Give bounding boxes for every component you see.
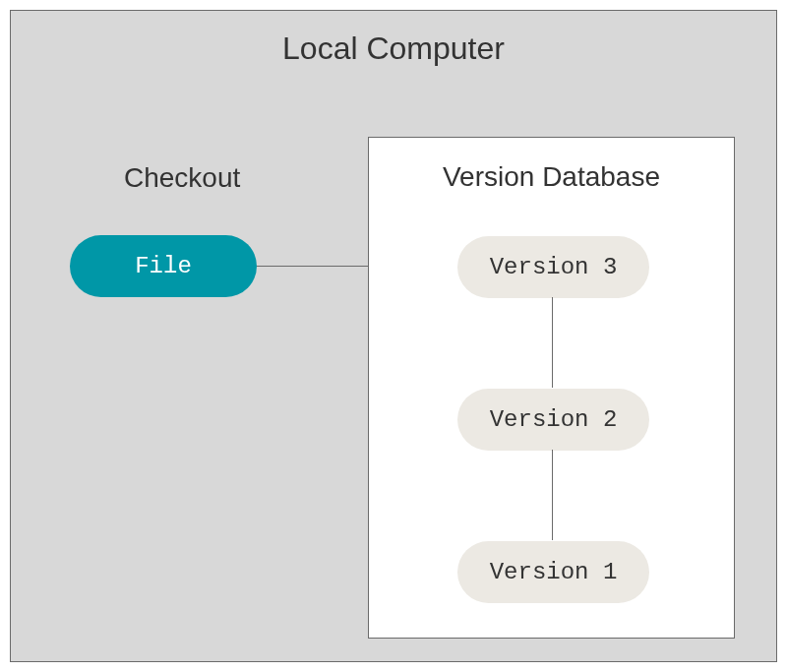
connector-v3-to-v2 [552,297,553,388]
version-database-title: Version Database [369,161,734,193]
version-node-3: Version 3 [457,236,649,298]
diagram-title: Local Computer [11,31,776,67]
version-node-2: Version 2 [457,389,649,451]
file-node-label: File [135,253,192,279]
file-node: File [70,235,257,297]
version-node-1-label: Version 1 [490,559,618,585]
version-node-3-label: Version 3 [490,254,618,280]
checkout-section-label: Checkout [124,162,240,194]
connector-v2-to-v1 [552,450,553,540]
version-node-2-label: Version 2 [490,406,618,433]
version-database-container: Version Database Version 3 Version 2 Ver… [368,137,735,639]
version-node-1: Version 1 [457,541,649,603]
local-computer-container: Local Computer Checkout File Version Dat… [10,10,777,662]
